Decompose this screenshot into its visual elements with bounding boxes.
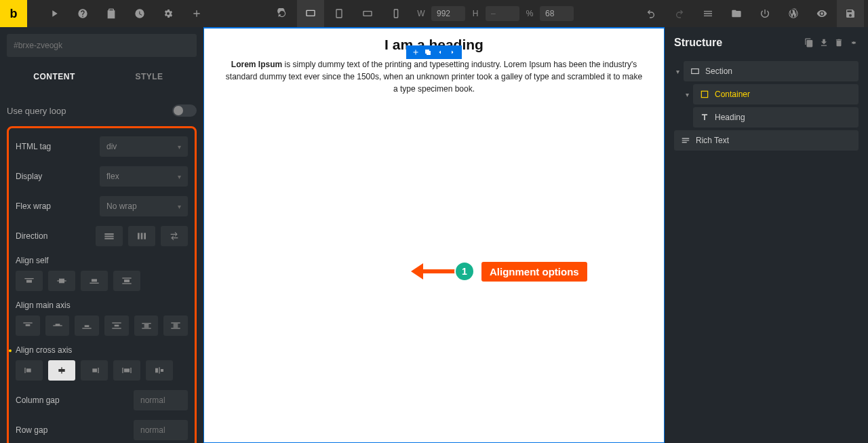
svg-rect-32 — [172, 322, 180, 323]
gear-icon[interactable] — [155, 0, 182, 27]
refresh-icon[interactable] — [269, 0, 296, 27]
tablet-landscape-icon[interactable] — [354, 0, 381, 27]
svg-rect-31 — [142, 328, 151, 328]
alignself-end-icon[interactable] — [81, 271, 108, 291]
svg-rect-15 — [90, 283, 98, 284]
svg-rect-34 — [174, 325, 178, 326]
svg-rect-4 — [104, 233, 113, 235]
help-icon[interactable] — [69, 0, 96, 27]
rowgap-label: Row gap — [16, 425, 47, 435]
tab-content[interactable]: CONTENT — [7, 64, 102, 90]
list-icon[interactable] — [694, 0, 722, 27]
svg-rect-16 — [122, 277, 131, 278]
tree-section[interactable]: Section — [684, 61, 859, 81]
canvas-text[interactable]: Lorem Ipsum is simply dummy text of the … — [204, 56, 664, 106]
add-icon[interactable] — [412, 48, 420, 56]
svg-rect-48 — [161, 369, 163, 372]
play-icon[interactable] — [41, 0, 68, 27]
move-right-icon[interactable] — [448, 48, 456, 56]
desktop-icon[interactable] — [297, 0, 324, 27]
tab-style[interactable]: STYLE — [102, 64, 197, 90]
rowgap-input[interactable] — [134, 420, 188, 440]
duplicate-icon[interactable] — [424, 48, 432, 56]
svg-rect-23 — [85, 325, 90, 327]
save-icon[interactable] — [837, 0, 864, 27]
wordpress-icon[interactable] — [780, 0, 807, 27]
clock-icon[interactable] — [126, 0, 153, 27]
structure-title: Structure — [674, 37, 722, 49]
svg-rect-14 — [92, 279, 97, 282]
svg-rect-45 — [130, 368, 131, 373]
top-toolbar: b W 992 H – % 68 — [0, 0, 868, 27]
annotation-label: Alignment options — [481, 262, 587, 282]
svg-rect-5 — [104, 235, 113, 237]
direction-column-icon[interactable] — [128, 226, 155, 246]
alignself-start-icon[interactable] — [16, 271, 43, 291]
eye-icon[interactable] — [808, 0, 835, 27]
folder-icon[interactable] — [723, 0, 750, 27]
tree-heading[interactable]: Heading — [693, 107, 859, 128]
alignself-center-icon[interactable] — [48, 271, 75, 291]
svg-rect-46 — [159, 367, 159, 373]
alignmain-start-icon[interactable] — [16, 315, 40, 336]
trash-icon[interactable] — [834, 38, 844, 47]
svg-rect-35 — [174, 326, 178, 327]
tablet-icon[interactable] — [326, 0, 353, 27]
power-icon[interactable] — [751, 0, 778, 27]
mobile-icon[interactable] — [382, 0, 410, 27]
html-tag-select[interactable]: div▾ — [100, 136, 188, 157]
direction-reverse-icon[interactable] — [161, 226, 188, 246]
svg-rect-41 — [92, 368, 97, 372]
aligncross-end-icon[interactable] — [81, 360, 108, 381]
copy-icon[interactable] — [804, 38, 814, 47]
alignmain-around-icon[interactable] — [134, 315, 159, 336]
element-action-bar[interactable] — [406, 45, 462, 59]
canvas[interactable]: I am a heading Lorem Ipsum is simply dum… — [203, 27, 665, 443]
width-value[interactable]: 992 — [431, 6, 465, 21]
direction-row-icon[interactable] — [96, 226, 123, 246]
alignmain-end-icon[interactable] — [75, 315, 99, 336]
svg-rect-8 — [141, 233, 143, 239]
move-left-icon[interactable] — [436, 48, 444, 56]
expand-container-icon[interactable]: ▾ — [684, 91, 690, 98]
alignmain-evenly-icon[interactable] — [163, 315, 188, 336]
svg-rect-13 — [59, 279, 64, 284]
flexwrap-select[interactable]: No wrap▾ — [100, 196, 188, 216]
collapse-icon[interactable] — [849, 38, 859, 47]
arrow-line — [423, 269, 457, 273]
expand-section-icon[interactable]: ▾ — [674, 68, 681, 75]
display-select[interactable]: flex▾ — [100, 166, 188, 187]
aligncross-stretch-icon[interactable] — [113, 360, 140, 381]
query-loop-toggle[interactable] — [172, 104, 197, 117]
svg-rect-28 — [142, 323, 151, 324]
svg-rect-44 — [124, 368, 130, 372]
tree-richtext[interactable]: Rich Text — [674, 130, 859, 151]
tree-container[interactable]: Container — [693, 84, 859, 104]
svg-rect-37 — [24, 368, 25, 373]
height-value[interactable]: – — [486, 6, 519, 21]
alignmain-center-icon[interactable] — [45, 315, 70, 336]
plus-icon[interactable] — [183, 0, 210, 27]
svg-rect-24 — [83, 328, 92, 328]
svg-rect-6 — [104, 238, 113, 239]
aligncross-center-icon[interactable] — [48, 360, 75, 381]
aligncross-start-icon[interactable] — [16, 360, 43, 381]
alignself-stretch-icon[interactable] — [113, 271, 140, 291]
clipboard-icon[interactable] — [98, 0, 125, 27]
svg-rect-7 — [138, 233, 140, 239]
flexwrap-label: Flex wrap — [16, 201, 51, 211]
undo-icon[interactable] — [637, 0, 665, 27]
svg-rect-27 — [112, 328, 121, 328]
element-id-input[interactable] — [7, 34, 197, 57]
download-icon[interactable] — [819, 38, 829, 47]
alignment-options-box: HTML tag div▾ Display flex▾ Flex wrap No… — [7, 126, 197, 443]
annotation-callout: 1 Alignment options — [411, 261, 587, 282]
alignmain-between-icon[interactable] — [104, 315, 129, 336]
structure-panel: Structure ▾ Section ▾ — [665, 27, 868, 443]
aligncross-baseline-icon[interactable] — [146, 360, 173, 381]
scale-value[interactable]: 68 — [540, 6, 574, 21]
svg-rect-42 — [98, 368, 98, 373]
colgap-input[interactable] — [134, 390, 188, 410]
redo-icon[interactable] — [666, 0, 693, 27]
svg-rect-33 — [174, 324, 178, 324]
